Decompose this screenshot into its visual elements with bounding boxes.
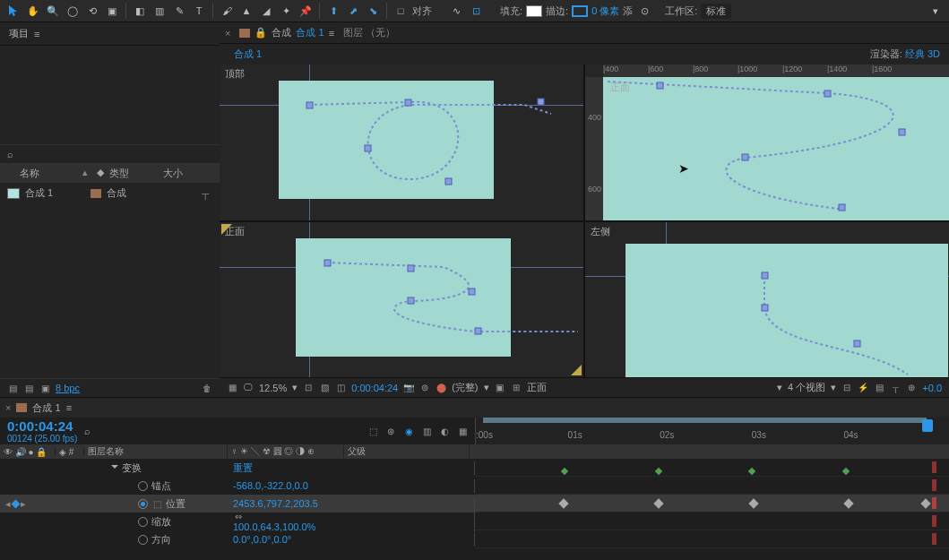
timeline-ruler[interactable]: :00s01s02s03s04s <box>475 418 949 444</box>
lock-icon[interactable]: 🔒 <box>255 27 267 39</box>
axis-view-icon[interactable]: ⬊ <box>365 3 381 19</box>
row-anchor[interactable]: 锚点 -568.0,-322.0,0.0 <box>0 477 949 495</box>
comp-button-icon[interactable]: ⊛ <box>385 426 396 436</box>
col-size[interactable]: 大小 <box>160 167 186 180</box>
comp-tab-active[interactable]: 🔒 合成 合成 1 ≡ <box>239 26 334 39</box>
time-indicator[interactable] <box>922 419 933 432</box>
view-left[interactable]: 左侧 <box>585 222 949 378</box>
brush-tool-icon[interactable]: 🖌 <box>219 3 235 19</box>
constrain-icon[interactable]: ⇔ <box>233 511 244 521</box>
add-key-icon[interactable] <box>11 499 20 508</box>
project-search-input[interactable] <box>17 149 141 159</box>
zoom-value[interactable]: 12.5% <box>259 383 287 393</box>
exposure-value[interactable]: +0.0 <box>922 383 942 393</box>
snap-icon[interactable]: □ <box>393 3 409 19</box>
col-type[interactable]: 类型 <box>106 167 160 180</box>
label-swatch[interactable] <box>91 189 101 198</box>
tl-tab-name[interactable]: 合成 1 <box>32 401 60 415</box>
views-dropdown2-icon[interactable]: ▾ <box>831 382 836 393</box>
showsnapshot-icon[interactable]: ⊚ <box>419 383 430 393</box>
grid-icon[interactable]: ▦ <box>227 383 237 393</box>
tl-search-icon[interactable]: ⌕ <box>84 426 91 436</box>
timecode-display[interactable]: 0:00:04:24 <box>7 418 77 434</box>
view-top[interactable]: 顶部 <box>220 65 583 220</box>
newcomp-icon[interactable]: ▣ <box>39 383 50 393</box>
views-dropdown-icon[interactable]: ▾ <box>777 382 782 393</box>
row-scale[interactable]: 缩放 ⇔ 100.0,64.3,100.0% <box>0 513 949 530</box>
prev-key-icon[interactable]: ◂ <box>5 498 11 510</box>
shy-icon[interactable]: ⬚ <box>367 426 378 436</box>
tl-close-icon[interactable]: × <box>5 402 11 413</box>
stopwatch-scale-icon[interactable] <box>138 517 148 527</box>
snaptool-icon[interactable]: ⊡ <box>468 3 484 19</box>
workspace-dropdown[interactable]: 标准 <box>701 4 731 19</box>
project-tab[interactable]: 项目 ≡ <box>0 22 220 46</box>
stroke-px[interactable]: 0 像素 <box>591 4 619 18</box>
reset-exp-icon[interactable]: ⊕ <box>906 383 917 393</box>
draft3d-icon[interactable]: ◉ <box>403 426 414 436</box>
panbehind-tool-icon[interactable]: ◧ <box>132 3 148 19</box>
bezier-icon[interactable]: ⊙ <box>636 3 652 19</box>
footer-view-label[interactable]: 正面 <box>527 381 547 394</box>
footer-timecode[interactable]: 0:00:04:24 <box>351 383 398 393</box>
panel-menu-icon[interactable]: ≡ <box>34 29 39 39</box>
project-item-comp1[interactable]: 合成 1 合成 ┬ <box>0 184 220 202</box>
eraser-tool-icon[interactable]: ◢ <box>258 3 274 19</box>
axis-world-icon[interactable]: ⬈ <box>345 3 361 19</box>
camera-tool-icon[interactable]: ▣ <box>104 3 120 19</box>
grids-icon[interactable]: ⊞ <box>511 383 522 393</box>
reset-link[interactable]: 重置 <box>233 462 253 473</box>
stopwatch-icon[interactable] <box>138 481 148 491</box>
breadcrumb[interactable]: 合成 1 <box>229 46 267 63</box>
renderer-value[interactable]: 经典 3D <box>905 48 940 59</box>
folder-icon[interactable]: ▤ <box>23 383 34 393</box>
position-value[interactable]: 2453.6,797.2,203.5 <box>233 498 318 509</box>
fill-swatch[interactable] <box>526 5 542 17</box>
layer-tab[interactable]: 图层 （无） <box>343 26 395 39</box>
row-orientation[interactable]: 方向 0.0°,0.0°,0.0° <box>0 530 949 548</box>
shape-tool-icon[interactable]: ▥ <box>151 3 168 19</box>
workspace-menu-icon[interactable]: ▾ <box>927 3 944 19</box>
puppet-tool-icon[interactable]: 📌 <box>298 3 314 19</box>
curve-icon[interactable]: ∿ <box>448 3 464 19</box>
delete-icon[interactable]: 🗑 <box>202 383 212 393</box>
selection-tool-icon[interactable] <box>5 3 22 19</box>
flowchart-icon[interactable]: ┬ <box>202 188 209 199</box>
twirl-down-icon[interactable] <box>111 465 118 472</box>
interpret-icon[interactable]: ▤ <box>7 383 18 393</box>
monitor-icon[interactable]: 🖵 <box>243 383 254 393</box>
roto-tool-icon[interactable]: ✦ <box>278 3 294 19</box>
rotate-tool-icon[interactable]: ⟲ <box>84 3 100 19</box>
bpc-toggle[interactable]: 8 bpc <box>56 383 80 393</box>
row-transform[interactable]: 变换 重置 <box>0 459 949 477</box>
type-tool-icon[interactable]: T <box>191 3 207 19</box>
row-position[interactable]: ◂▸ ⬚位置 2453.6,797.2,203.5 <box>0 495 949 513</box>
stroke-swatch[interactable] <box>572 5 588 17</box>
transparency-icon[interactable]: ▧ <box>319 383 330 393</box>
views-count[interactable]: 4 个视图 <box>788 381 825 394</box>
stopwatch-on-icon[interactable] <box>138 499 148 509</box>
resolution-icon[interactable]: ⊡ <box>303 383 314 393</box>
mask-icon[interactable]: ◫ <box>335 383 346 393</box>
anchor-value[interactable]: -568.0,-322.0,0.0 <box>233 480 308 491</box>
frameblend-icon[interactable]: ▥ <box>421 426 432 436</box>
view-front-large[interactable]: |400|600|800|1000|1200|1400|1600 4006008… <box>585 65 949 220</box>
separate-dims-icon[interactable]: ⬚ <box>151 498 162 509</box>
col-name[interactable]: 名称 <box>16 167 79 180</box>
keyframe-nav[interactable]: ◂▸ <box>0 498 30 510</box>
axis-local-icon[interactable]: ⬆ <box>325 3 341 19</box>
stopwatch-orient-icon[interactable] <box>138 535 148 545</box>
quality-dropdown-icon[interactable]: ▾ <box>484 382 489 393</box>
next-key-icon[interactable]: ▸ <box>21 498 26 510</box>
stamp-tool-icon[interactable]: ▲ <box>238 3 255 19</box>
orbit-tool-icon[interactable]: ◯ <box>65 3 81 19</box>
hand-tool-icon[interactable]: ✋ <box>25 3 41 19</box>
graph-icon[interactable]: ▦ <box>457 426 468 436</box>
view-front[interactable]: 正面 <box>220 222 583 378</box>
timeline-icon[interactable]: ▤ <box>874 383 884 393</box>
pixelaspect-icon[interactable]: ⊟ <box>841 383 852 393</box>
quality-label[interactable]: (完整) <box>452 381 478 394</box>
motionblur-icon[interactable]: ◐ <box>439 426 450 436</box>
col-label-icon[interactable]: ◆ <box>93 167 106 180</box>
tl-menu-icon[interactable]: ≡ <box>66 402 72 413</box>
